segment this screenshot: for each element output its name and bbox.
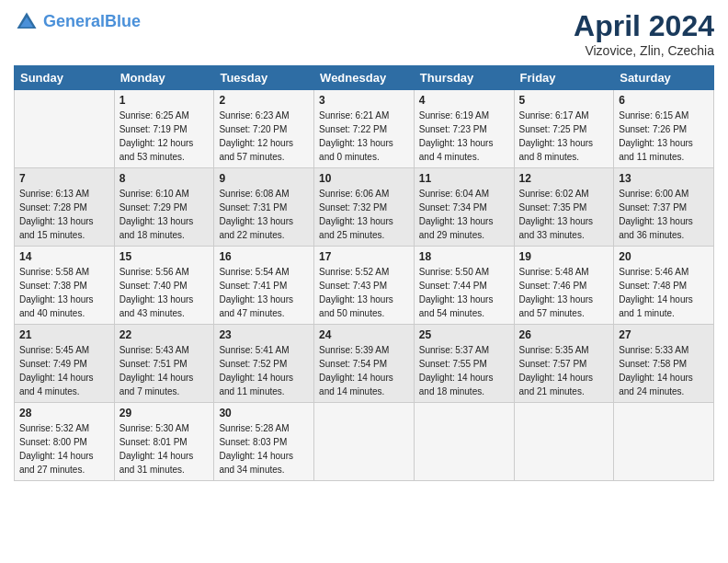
day-info: Sunrise: 5:45 AM Sunset: 7:49 PM Dayligh… <box>19 343 109 398</box>
table-row: 7Sunrise: 6:13 AM Sunset: 7:28 PM Daylig… <box>15 168 115 247</box>
table-row: 16Sunrise: 5:54 AM Sunset: 7:41 PM Dayli… <box>214 247 314 325</box>
month-title: April 2024 <box>574 9 714 43</box>
table-row: 23Sunrise: 5:41 AM Sunset: 7:52 PM Dayli… <box>214 325 314 403</box>
table-row: 5Sunrise: 6:17 AM Sunset: 7:25 PM Daylig… <box>514 90 614 168</box>
day-number: 20 <box>619 250 709 263</box>
col-saturday: Saturday <box>614 66 714 90</box>
table-row: 11Sunrise: 6:04 AM Sunset: 7:34 PM Dayli… <box>414 168 514 247</box>
logo-icon <box>14 9 40 35</box>
day-info: Sunrise: 6:00 AM Sunset: 7:37 PM Dayligh… <box>619 187 709 242</box>
day-number: 28 <box>19 407 109 419</box>
logo-text: GeneralBlue <box>43 13 141 31</box>
day-number: 4 <box>419 94 509 107</box>
table-row: 2Sunrise: 6:23 AM Sunset: 7:20 PM Daylig… <box>214 90 314 168</box>
calendar-week-row: 28Sunrise: 5:32 AM Sunset: 8:00 PM Dayli… <box>15 403 714 481</box>
calendar-week-row: 21Sunrise: 5:45 AM Sunset: 7:49 PM Dayli… <box>15 325 714 403</box>
col-thursday: Thursday <box>414 66 514 90</box>
table-row <box>614 403 714 481</box>
day-info: Sunrise: 5:54 AM Sunset: 7:41 PM Dayligh… <box>219 265 309 320</box>
day-info: Sunrise: 5:37 AM Sunset: 7:55 PM Dayligh… <box>419 343 509 398</box>
day-info: Sunrise: 6:17 AM Sunset: 7:25 PM Dayligh… <box>519 109 609 164</box>
logo-line2: Blue <box>105 12 141 30</box>
day-number: 6 <box>619 94 709 107</box>
day-info: Sunrise: 5:41 AM Sunset: 7:52 PM Dayligh… <box>219 343 309 398</box>
table-row: 4Sunrise: 6:19 AM Sunset: 7:23 PM Daylig… <box>414 90 514 168</box>
day-number: 11 <box>419 172 509 185</box>
day-info: Sunrise: 6:21 AM Sunset: 7:22 PM Dayligh… <box>319 109 409 164</box>
day-number: 9 <box>219 172 309 185</box>
day-info: Sunrise: 6:08 AM Sunset: 7:31 PM Dayligh… <box>219 187 309 242</box>
table-row: 3Sunrise: 6:21 AM Sunset: 7:22 PM Daylig… <box>314 90 415 168</box>
table-row: 17Sunrise: 5:52 AM Sunset: 7:43 PM Dayli… <box>314 247 415 325</box>
day-number: 10 <box>319 172 409 185</box>
logo-line1: General <box>43 12 105 30</box>
table-row <box>514 403 614 481</box>
table-row: 28Sunrise: 5:32 AM Sunset: 8:00 PM Dayli… <box>15 403 115 481</box>
day-number: 14 <box>19 250 109 263</box>
col-wednesday: Wednesday <box>314 66 415 90</box>
col-friday: Friday <box>514 66 614 90</box>
calendar-week-row: 14Sunrise: 5:58 AM Sunset: 7:38 PM Dayli… <box>15 247 714 325</box>
day-info: Sunrise: 5:48 AM Sunset: 7:46 PM Dayligh… <box>519 265 609 320</box>
logo: GeneralBlue <box>14 9 141 35</box>
day-number: 16 <box>219 250 309 263</box>
day-info: Sunrise: 5:50 AM Sunset: 7:44 PM Dayligh… <box>419 265 509 320</box>
table-row: 22Sunrise: 5:43 AM Sunset: 7:51 PM Dayli… <box>114 325 214 403</box>
day-number: 5 <box>519 94 609 107</box>
calendar-header-row: Sunday Monday Tuesday Wednesday Thursday… <box>15 66 714 90</box>
day-info: Sunrise: 6:23 AM Sunset: 7:20 PM Dayligh… <box>219 109 309 164</box>
day-info: Sunrise: 5:58 AM Sunset: 7:38 PM Dayligh… <box>19 265 109 320</box>
table-row: 30Sunrise: 5:28 AM Sunset: 8:03 PM Dayli… <box>214 403 314 481</box>
header: GeneralBlue April 2024 Vizovice, Zlin, C… <box>14 9 714 58</box>
table-row: 18Sunrise: 5:50 AM Sunset: 7:44 PM Dayli… <box>414 247 514 325</box>
day-number: 7 <box>19 172 109 185</box>
day-number: 2 <box>219 94 309 107</box>
table-row: 20Sunrise: 5:46 AM Sunset: 7:48 PM Dayli… <box>614 247 714 325</box>
calendar-body: 1Sunrise: 6:25 AM Sunset: 7:19 PM Daylig… <box>15 90 714 481</box>
table-row: 9Sunrise: 6:08 AM Sunset: 7:31 PM Daylig… <box>214 168 314 247</box>
table-row: 6Sunrise: 6:15 AM Sunset: 7:26 PM Daylig… <box>614 90 714 168</box>
day-info: Sunrise: 5:32 AM Sunset: 8:00 PM Dayligh… <box>19 421 109 477</box>
table-row: 24Sunrise: 5:39 AM Sunset: 7:54 PM Dayli… <box>314 325 415 403</box>
table-row: 19Sunrise: 5:48 AM Sunset: 7:46 PM Dayli… <box>514 247 614 325</box>
table-row: 21Sunrise: 5:45 AM Sunset: 7:49 PM Dayli… <box>15 325 115 403</box>
day-number: 22 <box>119 328 210 341</box>
day-number: 3 <box>319 94 409 107</box>
table-row: 13Sunrise: 6:00 AM Sunset: 7:37 PM Dayli… <box>614 168 714 247</box>
day-info: Sunrise: 6:04 AM Sunset: 7:34 PM Dayligh… <box>419 187 509 242</box>
table-row: 29Sunrise: 5:30 AM Sunset: 8:01 PM Dayli… <box>114 403 214 481</box>
day-info: Sunrise: 6:15 AM Sunset: 7:26 PM Dayligh… <box>619 109 709 164</box>
day-number: 23 <box>219 328 309 341</box>
calendar-table: Sunday Monday Tuesday Wednesday Thursday… <box>14 65 714 481</box>
day-number: 29 <box>119 407 210 419</box>
day-number: 18 <box>419 250 509 263</box>
day-number: 8 <box>119 172 210 185</box>
col-tuesday: Tuesday <box>214 66 314 90</box>
day-info: Sunrise: 5:46 AM Sunset: 7:48 PM Dayligh… <box>619 265 709 320</box>
table-row: 1Sunrise: 6:25 AM Sunset: 7:19 PM Daylig… <box>114 90 214 168</box>
day-number: 19 <box>519 250 609 263</box>
day-info: Sunrise: 6:19 AM Sunset: 7:23 PM Dayligh… <box>419 109 509 164</box>
page-container: GeneralBlue April 2024 Vizovice, Zlin, C… <box>0 0 728 490</box>
table-row <box>414 403 514 481</box>
day-number: 12 <box>519 172 609 185</box>
day-number: 21 <box>19 328 109 341</box>
day-info: Sunrise: 5:28 AM Sunset: 8:03 PM Dayligh… <box>219 421 309 477</box>
day-info: Sunrise: 5:33 AM Sunset: 7:58 PM Dayligh… <box>619 343 709 398</box>
day-number: 1 <box>119 94 210 107</box>
col-sunday: Sunday <box>15 66 115 90</box>
table-row: 8Sunrise: 6:10 AM Sunset: 7:29 PM Daylig… <box>114 168 214 247</box>
day-info: Sunrise: 6:25 AM Sunset: 7:19 PM Dayligh… <box>119 109 210 164</box>
col-monday: Monday <box>114 66 214 90</box>
day-info: Sunrise: 6:06 AM Sunset: 7:32 PM Dayligh… <box>319 187 409 242</box>
title-block: April 2024 Vizovice, Zlin, Czechia <box>574 9 714 58</box>
table-row: 26Sunrise: 5:35 AM Sunset: 7:57 PM Dayli… <box>514 325 614 403</box>
table-row: 10Sunrise: 6:06 AM Sunset: 7:32 PM Dayli… <box>314 168 415 247</box>
calendar-week-row: 7Sunrise: 6:13 AM Sunset: 7:28 PM Daylig… <box>15 168 714 247</box>
table-row: 14Sunrise: 5:58 AM Sunset: 7:38 PM Dayli… <box>15 247 115 325</box>
day-info: Sunrise: 5:43 AM Sunset: 7:51 PM Dayligh… <box>119 343 210 398</box>
table-row: 15Sunrise: 5:56 AM Sunset: 7:40 PM Dayli… <box>114 247 214 325</box>
day-number: 27 <box>619 328 709 341</box>
day-number: 24 <box>319 328 409 341</box>
day-info: Sunrise: 5:30 AM Sunset: 8:01 PM Dayligh… <box>119 421 210 477</box>
